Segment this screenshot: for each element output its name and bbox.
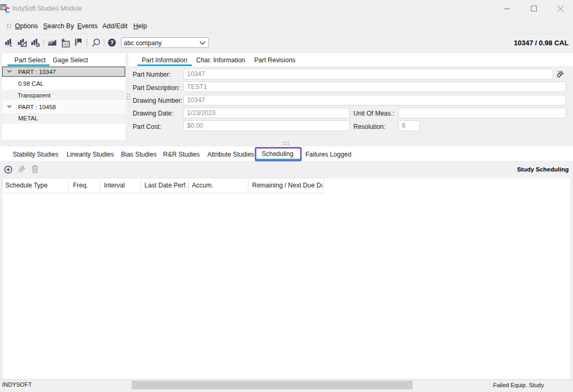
svg-text:Σ: Σ	[9, 42, 12, 47]
svg-text:?: ?	[110, 39, 114, 46]
